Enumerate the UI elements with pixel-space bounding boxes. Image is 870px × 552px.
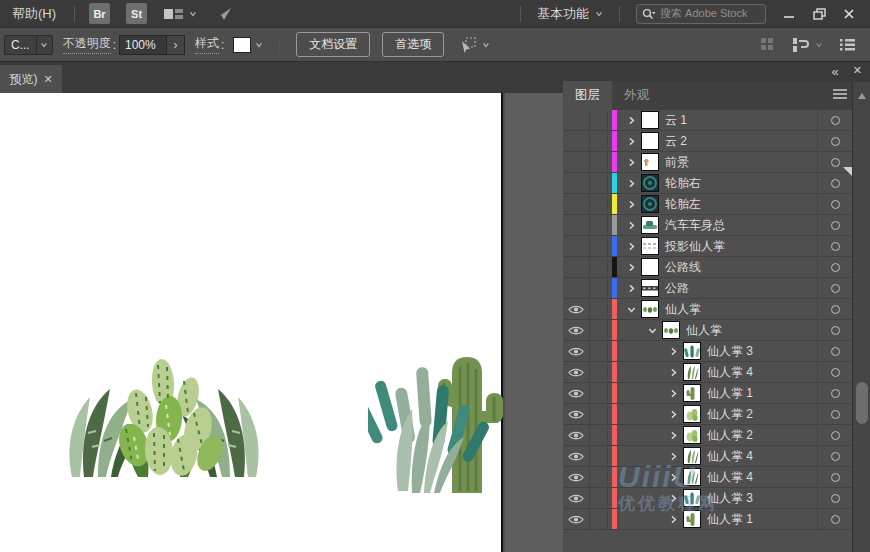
target-circle-icon[interactable]: [831, 305, 840, 314]
layer-row[interactable]: 仙人掌 4: [563, 467, 852, 488]
document-setup-button[interactable]: 文档设置: [296, 32, 370, 57]
visibility-toggle-empty[interactable]: [563, 110, 590, 130]
stock-search-input[interactable]: 搜索 Adobe Stock: [636, 4, 766, 24]
lock-toggle-empty[interactable]: [590, 320, 608, 340]
panel-close-icon[interactable]: ✕: [853, 64, 862, 79]
layer-row[interactable]: 仙人掌 2: [563, 404, 852, 425]
layer-row[interactable]: 仙人掌 3: [563, 488, 852, 509]
target-circle-icon[interactable]: [831, 242, 840, 251]
lock-toggle-empty[interactable]: [590, 257, 608, 277]
layer-name[interactable]: 仙人掌 2: [707, 406, 753, 423]
chevron-right-icon[interactable]: [626, 136, 637, 147]
layer-row[interactable]: 轮胎左: [563, 194, 852, 215]
chevron-right-icon[interactable]: [668, 493, 679, 504]
layer-row-body[interactable]: 云 1: [608, 110, 817, 130]
grid-icon[interactable]: [760, 37, 775, 52]
visibility-toggle-empty[interactable]: [563, 131, 590, 151]
layer-name[interactable]: 仙人掌 4: [707, 448, 753, 465]
layer-row-body[interactable]: 仙人掌 3: [608, 488, 817, 508]
chevron-right-icon[interactable]: [626, 199, 637, 210]
bridge-button[interactable]: Br: [89, 3, 110, 24]
target-circle-icon[interactable]: [831, 284, 840, 293]
layer-name[interactable]: 仙人掌 1: [707, 385, 753, 402]
panel-collapse-icon[interactable]: «: [832, 64, 839, 79]
scroll-up-icon[interactable]: [857, 92, 867, 100]
layer-row[interactable]: 前景: [563, 152, 852, 173]
layer-row-body[interactable]: 轮胎右: [608, 173, 817, 193]
layer-name[interactable]: 仙人掌: [686, 322, 722, 339]
layer-row-body[interactable]: 轮胎左: [608, 194, 817, 214]
layer-row-body[interactable]: 仙人掌: [608, 299, 817, 319]
canvas-artwork-left[interactable]: [38, 353, 290, 481]
layer-row[interactable]: 轮胎右: [563, 173, 852, 194]
target-circle-icon[interactable]: [831, 389, 840, 398]
chevron-right-icon[interactable]: [626, 220, 637, 231]
lock-toggle-empty[interactable]: [590, 194, 608, 214]
target-circle-icon[interactable]: [831, 263, 840, 272]
layer-name[interactable]: 云 2: [665, 133, 687, 150]
chevron-down-icon[interactable]: [647, 325, 658, 336]
layer-row-body[interactable]: 仙人掌: [608, 320, 817, 340]
artboard-canvas[interactable]: [0, 93, 503, 552]
visibility-eye-icon[interactable]: [563, 446, 590, 466]
layer-row[interactable]: 仙人掌 1: [563, 509, 852, 530]
layer-thumbnail-car[interactable]: [641, 216, 659, 234]
layer-row-body[interactable]: 公路: [608, 278, 817, 298]
target-circle-icon[interactable]: [831, 221, 840, 230]
opacity-stepper[interactable]: ›: [167, 35, 185, 55]
close-icon[interactable]: [836, 5, 862, 23]
layer-row-body[interactable]: 仙人掌 4: [608, 446, 817, 466]
layer-thumbnail-blades[interactable]: [683, 447, 701, 465]
share-icon[interactable]: [213, 6, 233, 22]
layer-name[interactable]: 仙人掌 2: [707, 427, 753, 444]
layer-row-body[interactable]: 仙人掌 4: [608, 362, 817, 382]
visibility-toggle-empty[interactable]: [563, 278, 590, 298]
visibility-eye-icon[interactable]: [563, 320, 590, 340]
target-circle-icon[interactable]: [831, 116, 840, 125]
chevron-right-icon[interactable]: [626, 178, 637, 189]
visibility-eye-icon[interactable]: [563, 362, 590, 382]
chevron-right-icon[interactable]: [626, 262, 637, 273]
layer-thumbnail-blades[interactable]: [683, 363, 701, 381]
chevron-right-icon[interactable]: [626, 283, 637, 294]
layer-row-body[interactable]: 仙人掌 2: [608, 404, 817, 424]
layer-thumbnail-tealcluster[interactable]: [683, 489, 701, 507]
lock-toggle-empty[interactable]: [590, 446, 608, 466]
chevron-right-icon[interactable]: [626, 241, 637, 252]
layer-name[interactable]: 投影仙人掌: [665, 238, 725, 255]
layer-name[interactable]: 轮胎右: [665, 175, 701, 192]
chevron-right-icon[interactable]: [668, 514, 679, 525]
layer-row-body[interactable]: 仙人掌 1: [608, 509, 817, 529]
target-circle-icon[interactable]: [831, 200, 840, 209]
visibility-toggle-empty[interactable]: [563, 215, 590, 235]
chevron-right-icon[interactable]: [668, 409, 679, 420]
layer-thumbnail-saguaro[interactable]: [683, 510, 701, 528]
lock-toggle-empty[interactable]: [590, 278, 608, 298]
visibility-toggle-empty[interactable]: [563, 173, 590, 193]
document-tab[interactable]: 预览) ✕: [0, 65, 62, 93]
layer-row[interactable]: 仙人掌 4: [563, 446, 852, 467]
layer-row-body[interactable]: 汽车车身总: [608, 215, 817, 235]
layer-thumbnail-white[interactable]: [641, 132, 659, 150]
visibility-toggle-empty[interactable]: [563, 257, 590, 277]
stock-button[interactable]: St: [126, 3, 147, 24]
target-circle-icon[interactable]: [831, 137, 840, 146]
target-circle-icon[interactable]: [831, 347, 840, 356]
layer-row-body[interactable]: 仙人掌 4: [608, 467, 817, 487]
layer-name[interactable]: 公路线: [665, 259, 701, 276]
target-circle-icon[interactable]: [831, 179, 840, 188]
target-circle-icon[interactable]: [831, 368, 840, 377]
style-dropdown[interactable]: [251, 36, 267, 54]
visibility-eye-icon[interactable]: [563, 467, 590, 487]
chevron-right-icon[interactable]: [668, 472, 679, 483]
layer-thumbnail-tire[interactable]: [641, 174, 659, 192]
chevron-right-icon[interactable]: [668, 388, 679, 399]
layer-name[interactable]: 仙人掌 4: [707, 469, 753, 486]
visibility-eye-icon[interactable]: [563, 425, 590, 445]
layer-thumbnail-pear[interactable]: [683, 405, 701, 423]
chevron-right-icon[interactable]: [626, 157, 637, 168]
tab-close-icon[interactable]: ✕: [43, 73, 52, 86]
target-circle-icon[interactable]: [831, 326, 840, 335]
tab-layers[interactable]: 图层: [563, 81, 612, 110]
layer-row-body[interactable]: 云 2: [608, 131, 817, 151]
